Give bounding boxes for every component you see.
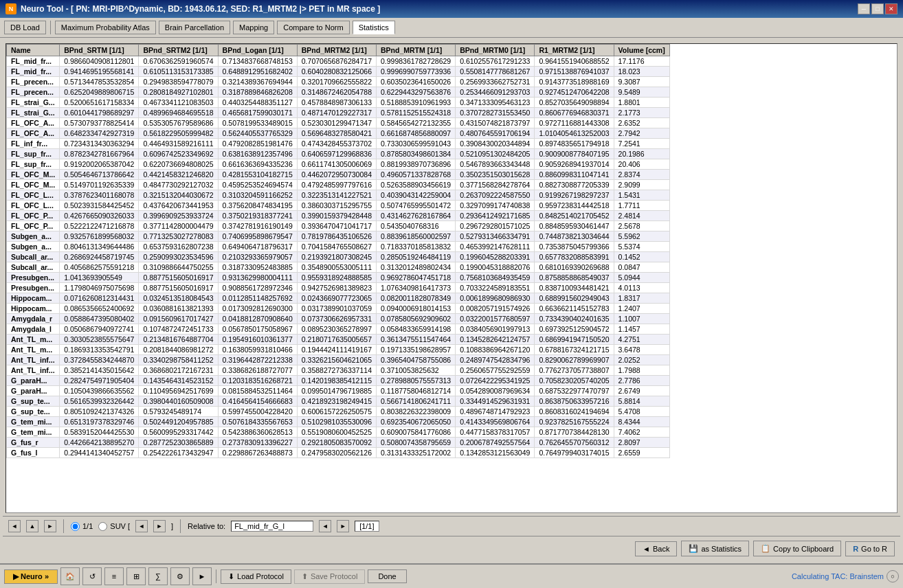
max-prob-atlas-button[interactable]: Maximum Probability Atlas: [55, 21, 156, 34]
table-row[interactable]: Subcall_ar...0.26869244587197450.2590993…: [7, 252, 670, 262]
settings-button[interactable]: ⚙: [170, 567, 190, 585]
region-name-cell: Ant_TL_m...: [7, 345, 60, 355]
list-button[interactable]: ≡: [104, 567, 124, 585]
value-cell: 0.3787623401168078: [60, 190, 139, 201]
home-button[interactable]: 🏠: [60, 567, 80, 585]
suv-nav-right[interactable]: ►: [153, 520, 166, 532]
radio-1-1[interactable]: [71, 522, 80, 531]
region-name-cell: Subcall_ar...: [7, 252, 60, 262]
value-cell: 0.4653992147628111: [456, 242, 535, 252]
table-header-cell[interactable]: BPnd_MRTM [1/1]: [376, 45, 455, 56]
close-button[interactable]: ✕: [885, 3, 898, 14]
value-cell: 2.6559: [614, 448, 669, 458]
value-cell: 0.4403254488351127: [218, 98, 297, 108]
table-row[interactable]: G_sup_te...0.80510924213743260.579324548…: [7, 407, 670, 417]
as-statistics-button[interactable]: 💾 as Statistics: [681, 541, 749, 556]
table-row[interactable]: FL_strai_G...0.52006516171583340.4673341…: [7, 98, 670, 108]
compare-to-norm-tab[interactable]: Compare to Norm: [277, 21, 349, 34]
value-cell: 2.9099: [614, 180, 669, 190]
refresh-button[interactable]: ↺: [82, 567, 102, 585]
table-row[interactable]: FL_mid_fr...0.94146951955681410.61051131…: [7, 67, 670, 77]
nav-forward-button[interactable]: ►: [192, 567, 212, 585]
table-row[interactable]: Ant_TL_inf...0.37284558342448700.3340298…: [7, 355, 670, 365]
table-row[interactable]: Amygdala_r0.05886473950804020.0915609617…: [7, 314, 670, 324]
table-header-cell[interactable]: Name: [7, 45, 60, 56]
table-row[interactable]: FL_OFC_P...0.42676650903260330.399690925…: [7, 211, 670, 221]
table-row[interactable]: FL_sup_fr...0.87823427816679640.60967425…: [7, 149, 670, 159]
relative-nav-right[interactable]: ►: [337, 520, 349, 532]
go-to-r-button[interactable]: R Go to R: [845, 541, 895, 556]
relative-to-input[interactable]: [231, 521, 313, 532]
table-row[interactable]: FL_precen...0.57134478535328540.29498385…: [7, 77, 670, 87]
value-cell: 0.2936412492171685: [456, 211, 535, 221]
table-header-cell[interactable]: BPnd_MRTM0 [1/1]: [456, 45, 535, 56]
value-cell: 0.3728455834244870: [60, 355, 139, 365]
table-row[interactable]: Hippocam...0.08653566524006920.036088161…: [7, 304, 670, 314]
table-row[interactable]: G_sup_te...0.56165399323264420.398044016…: [7, 396, 670, 407]
table-row[interactable]: FL_strai_G...0.60104417986892970.4899694…: [7, 108, 670, 118]
done-button[interactable]: Done: [368, 569, 406, 583]
minimize-button[interactable]: ─: [858, 3, 870, 14]
scroll-up-button[interactable]: ▲: [26, 520, 38, 532]
table-row[interactable]: FL_OFC_M...0.50546467137866420.442145832…: [7, 170, 670, 180]
value-cell: 20.1986: [614, 149, 669, 159]
value-cell: 0.4743428455373702: [297, 139, 376, 149]
db-load-button[interactable]: DB Load: [4, 21, 46, 34]
table-row[interactable]: Presubgen...1.04136939055490.88775156050…: [7, 273, 670, 283]
statistics-tab[interactable]: Statistics: [353, 21, 395, 34]
table-header-cell[interactable]: Volume [ccm]: [614, 45, 669, 56]
copy-to-clipboard-button[interactable]: 📋 Copy to Clipboard: [753, 541, 841, 556]
table-row[interactable]: FL_OFC_A...0.64823347429273190.561822950…: [7, 128, 670, 139]
table-row[interactable]: Subgen_a...0.93257618995680320.771325302…: [7, 231, 670, 242]
table-row[interactable]: G_paraH...0.10504398666355620.1104956942…: [7, 386, 670, 396]
suv-nav-left[interactable]: ◄: [135, 520, 148, 532]
table-row[interactable]: FL_precen...0.62520498898067150.28081849…: [7, 87, 670, 98]
value-cell: 0.5279313466334791: [456, 231, 535, 242]
table-row[interactable]: FL_inf_fr...0.72343134303632940.44649315…: [7, 139, 670, 149]
table-header-cell[interactable]: BPnd_SRTM [1/1]: [60, 45, 139, 56]
grid-button[interactable]: ⊞: [126, 567, 146, 585]
value-cell: 0.9715138876941037: [535, 67, 614, 77]
maximize-button[interactable]: □: [871, 3, 884, 14]
table-row[interactable]: FL_sup_fr...0.91920020653870420.62207366…: [7, 159, 670, 170]
data-table-container[interactable]: NameBPnd_SRTM [1/1]BPnd_SRTM2 [1/1]BPnd_…: [5, 43, 898, 513]
table-row[interactable]: FL_mid_fr...0.98660409081128010.67063625…: [7, 56, 670, 67]
scroll-right-button[interactable]: ►: [44, 520, 56, 532]
table-row[interactable]: FL_OFC_A...0.57307937788254140.535305767…: [7, 118, 670, 128]
table-row[interactable]: Amygdala_l0.05068679409727410.1074872472…: [7, 324, 670, 335]
table-row[interactable]: G_fus_r0.44266421388952700.2877252303865…: [7, 438, 670, 448]
table-header-cell[interactable]: BPnd_Logan [1/1]: [218, 45, 297, 56]
load-protocol-button[interactable]: ⬇ Load Protocol: [221, 569, 291, 584]
table-row[interactable]: G_paraH...0.28247549719054040.1435464314…: [7, 376, 670, 386]
table-row[interactable]: Ant_TL_m...0.18693133535427910.208184408…: [7, 345, 670, 355]
table-row[interactable]: FL_OFC_L...0.50239315844254520.437642067…: [7, 201, 670, 211]
scroll-left-button[interactable]: ◄: [8, 520, 21, 532]
value-cell: 0.5730793778825414: [60, 118, 139, 128]
table-row[interactable]: G_fus_l0.29441413404527570.2542226173432…: [7, 448, 670, 458]
neuro-button[interactable]: ▶ Neuro »: [4, 569, 58, 584]
back-button[interactable]: ◄ Back: [635, 541, 677, 556]
brain-parcellation-button[interactable]: Brain Parcellation: [159, 21, 230, 34]
table-row[interactable]: Ant_TL_m...0.30305238555756470.213481676…: [7, 335, 670, 345]
table-row[interactable]: Ant_TL_inf...0.38521414350156420.3686802…: [7, 365, 670, 376]
table-header-cell[interactable]: R1_MRTM2 [1/1]: [535, 45, 614, 56]
value-cell: 0.3750219318377241: [218, 211, 297, 221]
table-row[interactable]: FL_OFC_P...0.52221224712168780.377114280…: [7, 221, 670, 231]
calc-button[interactable]: ∑: [148, 567, 168, 585]
table-header-cell[interactable]: BPnd_MRTM2 [1/1]: [297, 45, 376, 56]
table-row[interactable]: FL_OFC_M...0.51497011926353390.484773029…: [7, 180, 670, 190]
table-header-cell[interactable]: BPnd_SRTM2 [1/1]: [139, 45, 218, 56]
table-row[interactable]: Hippocam...0.07162608123144310.032451351…: [7, 293, 670, 304]
table-row[interactable]: Presubgen...1.17980469750756980.88775156…: [7, 283, 670, 293]
table-row[interactable]: G_tem_mi...0.65131973783297460.502449120…: [7, 417, 670, 427]
table-row[interactable]: Subcall_ar...0.40568625755912180.3109886…: [7, 262, 670, 273]
save-protocol-button[interactable]: ⬆ Save Protocol: [294, 569, 365, 584]
mapping-button[interactable]: Mapping: [233, 21, 274, 34]
relative-nav-left[interactable]: ◄: [319, 520, 331, 532]
table-row[interactable]: G_tem_mi...0.58391520444255300.560099529…: [7, 427, 670, 438]
table-row[interactable]: FL_OFC_L...0.37876234011680780.321513204…: [7, 190, 670, 201]
value-cell: 0.4871470129227317: [297, 108, 376, 118]
table-row[interactable]: Subgen_a...0.80461313496444860.653759316…: [7, 242, 670, 252]
radio-suv[interactable]: [98, 522, 107, 531]
value-cell: 0.1452: [614, 252, 669, 262]
